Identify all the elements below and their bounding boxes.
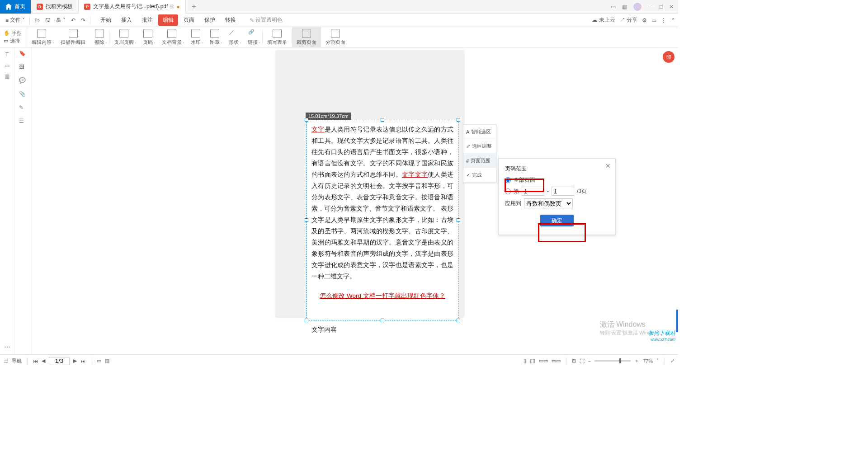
gear-icon[interactable]: ⚙ [642, 17, 647, 24]
sb-cont-icon[interactable]: ▯▯ [530, 358, 535, 364]
zoom-thumb[interactable] [619, 358, 621, 363]
rb-edit-content[interactable]: 编辑内容˅ [27, 27, 56, 47]
mode-hand[interactable]: ✋ 手型 [4, 30, 27, 37]
tab-edit[interactable]: 编辑 [158, 14, 178, 26]
zoom-in-icon[interactable]: ＋ [634, 357, 639, 364]
cloud-status[interactable]: ☁ 未上云 [592, 16, 615, 24]
fab-button[interactable]: 印 [663, 51, 675, 63]
confirm-button[interactable]: 确定 [540, 215, 574, 226]
chat-icon[interactable]: ▭ [651, 17, 656, 24]
maximize-icon[interactable]: □ [660, 4, 663, 10]
opt-range-row[interactable]: 第 - /3页 [505, 187, 609, 196]
rb-split-page[interactable]: 分割页面 [321, 27, 350, 47]
document-text: 文字是人类用符号记录表达信息以传之久远的方式和工具。现代文字大多是记录语言的工具… [307, 120, 458, 339]
sb-single-icon[interactable]: ▯ [524, 358, 526, 364]
redo-icon[interactable]: ↷ [78, 14, 88, 27]
mode-select[interactable]: ▭ 选择 [4, 38, 27, 44]
sb-next-icon[interactable]: ▶ [73, 358, 77, 364]
rb-docbg[interactable]: 文档背景˅ [157, 27, 186, 47]
tab-page[interactable]: 页面 [179, 14, 199, 26]
tool-view-icon[interactable]: ▥ [3, 72, 12, 81]
tab-annotate[interactable]: 批注 [137, 14, 157, 26]
right-tag[interactable] [676, 310, 678, 332]
bgcolor-tool[interactable]: ✎ 设置透明色 [247, 14, 285, 27]
close-icon[interactable]: ✕ [669, 4, 674, 10]
opt-all-row[interactable]: 全部页面 [505, 176, 609, 184]
rb-label: 页眉页脚 [114, 39, 134, 46]
tool-text-icon[interactable]: T [3, 50, 12, 59]
page-range-panel: ✕ 页码范围 全部页面 第 - /3页 应用到 奇数和偶数页 确定 [498, 158, 616, 235]
rb-pagenum[interactable]: 页码˅ [138, 27, 157, 47]
rb-erase[interactable]: 擦除˅ [90, 27, 109, 47]
doc-link[interactable]: 怎么修改 Word 文档一打字就出现红色字体？ [311, 290, 453, 301]
mp-adjust[interactable]: ⤢选区调整 [463, 139, 496, 154]
print-icon[interactable]: 🖶 ˅ [53, 14, 68, 27]
sb-page-input[interactable] [49, 357, 70, 365]
layers-icon[interactable]: ☰ [19, 118, 27, 126]
done-icon: ✓ [466, 172, 470, 178]
share-button[interactable]: ↗ 分享 [620, 16, 637, 24]
undo-icon[interactable]: ↶ [68, 14, 78, 27]
crop-box[interactable]: 文字是人类用符号记录表达信息以传之久远的方式和工具。现代文字大多是记录语言的工具… [307, 120, 458, 320]
more-dots-icon[interactable]: ⋯ [4, 343, 10, 351]
sb-facing-icon[interactable]: ▭▭ [539, 358, 548, 364]
zoom-dd-icon[interactable]: ˅ [656, 358, 659, 364]
tab-document[interactable]: P 文字是人类用符号记...pted).pdf ⎘ ● [79, 0, 186, 14]
apply-row: 应用到 奇数和偶数页 [505, 198, 609, 208]
tab-convert[interactable]: 转换 [221, 14, 241, 26]
rb-crop-page[interactable]: 裁剪页面 [292, 27, 321, 47]
sb-outline-icon[interactable]: ☰ [4, 358, 8, 364]
comment-icon[interactable]: 💬 [19, 77, 27, 85]
minimize-icon[interactable]: — [648, 4, 653, 10]
layout1-icon[interactable]: ▭ [611, 4, 616, 10]
zoom-value[interactable]: 77% [643, 358, 653, 364]
collapse-icon[interactable]: ⌃ [671, 17, 675, 24]
avatar-icon[interactable] [633, 3, 642, 11]
range-to-input[interactable] [552, 187, 574, 196]
sb-view2-icon[interactable]: ▥ [105, 358, 109, 364]
rb-fillform[interactable]: 填写表单 [263, 27, 292, 47]
sb-view1-icon[interactable]: ▭ [97, 358, 101, 364]
zoom-slider[interactable] [594, 360, 631, 362]
sb-first-icon[interactable]: ⏮ [33, 358, 38, 364]
bookmark-icon[interactable]: 🔖 [19, 50, 27, 58]
sb-last-icon[interactable]: ⏭ [80, 358, 85, 364]
rb-scan-edit[interactable]: 扫描件编辑 [56, 27, 90, 47]
sb-facing2-icon[interactable]: ▭▭ [552, 358, 561, 364]
mp-page-range[interactable]: #页面范围 [463, 154, 496, 168]
more-icon[interactable]: ⋮ [661, 17, 666, 24]
tab-add[interactable]: ＋ [186, 2, 202, 11]
tab-home[interactable]: 首页 [0, 0, 31, 14]
radio-all[interactable] [505, 177, 511, 183]
tab-protect[interactable]: 保护 [200, 14, 220, 26]
mp-done[interactable]: ✓完成 [463, 168, 496, 183]
rb-watermark[interactable]: 水印˅ [186, 27, 205, 47]
panel-close-icon[interactable]: ✕ [605, 162, 611, 169]
open-icon[interactable]: 🗁 [32, 14, 42, 27]
signature-icon[interactable]: ✎ [19, 104, 27, 113]
sb-prev-icon[interactable]: ◀ [42, 358, 45, 364]
range-from-input[interactable] [522, 187, 544, 196]
rb-headerfooter[interactable]: 页眉页脚˅ [109, 27, 138, 47]
sb-fit-icon[interactable]: ⊞ [572, 358, 576, 364]
layout2-icon[interactable]: ▦ [622, 4, 627, 10]
radio-range[interactable] [505, 188, 511, 194]
rb-link[interactable]: 🔗链接˅ [243, 27, 262, 47]
rb-stamp[interactable]: 图章˅ [205, 27, 224, 47]
zoom-out-icon[interactable]: − [588, 358, 591, 364]
tab-insert[interactable]: 插入 [117, 14, 137, 26]
thumbnail-icon[interactable]: 🖼 [19, 64, 27, 72]
tab-pin-icon[interactable]: ⎘ [170, 4, 174, 10]
save-icon[interactable]: 🖫 [42, 14, 53, 27]
apply-select[interactable]: 奇数和偶数页 [524, 198, 573, 208]
rb-shape[interactable]: ／形状˅ [224, 27, 243, 47]
sb-nav[interactable]: 导航 [12, 357, 22, 364]
mp-smart-select[interactable]: A智能选区 [463, 125, 496, 139]
sb-fullscreen-icon[interactable]: ⤢ [670, 358, 675, 364]
attachment-icon[interactable]: 📎 [19, 91, 27, 99]
menu-hamburger[interactable]: ≡ 文件 ˅ [3, 14, 28, 27]
tab-template[interactable]: D 找稻壳模板 [31, 0, 79, 14]
sb-crop-icon[interactable]: ⛶ [580, 358, 585, 364]
tab-start[interactable]: 开始 [96, 14, 116, 26]
tool-align-icon[interactable]: ▭ [3, 61, 12, 70]
